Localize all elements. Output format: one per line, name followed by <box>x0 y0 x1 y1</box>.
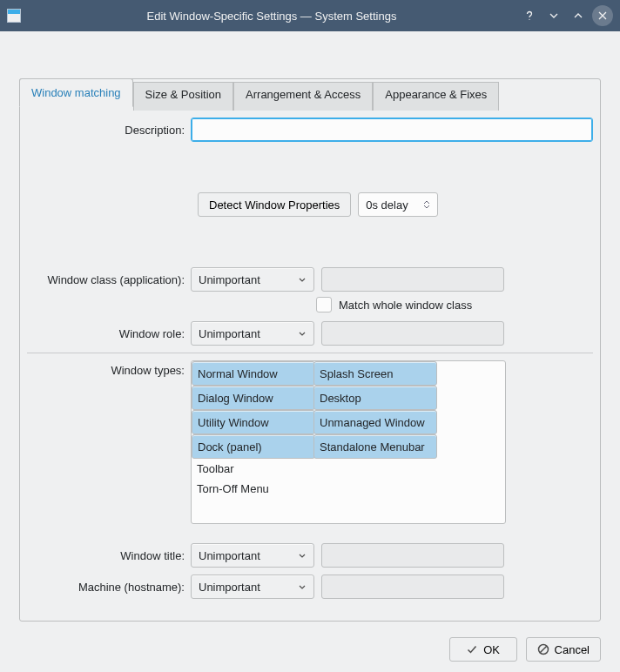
tab-bar: Window matching Size & Position Arrangem… <box>19 78 499 107</box>
tab-frame: Description: Detect Window Properties 0s… <box>19 78 601 622</box>
button-label: Cancel <box>555 643 590 656</box>
window-type-item[interactable]: Torn-Off Menu <box>192 479 313 499</box>
maximize-button[interactable] <box>568 5 589 26</box>
tab-arrangement-access[interactable]: Arrangement & Access <box>233 82 373 111</box>
machine-combo[interactable]: Unimportant <box>191 575 314 599</box>
separator <box>27 353 593 353</box>
description-label: Description: <box>27 124 191 137</box>
window-types-label: Window types: <box>27 360 191 377</box>
window-class-label: Window class (application): <box>27 273 191 286</box>
delay-spinbox[interactable]: 0s delay <box>358 192 438 217</box>
tab-size-position[interactable]: Size & Position <box>133 82 233 111</box>
match-whole-class-label: Match whole window class <box>339 299 472 312</box>
machine-label: Machine (hostname): <box>27 581 191 594</box>
window-type-item[interactable]: Utility Window <box>192 410 315 434</box>
window-role-label: Window role: <box>27 327 191 340</box>
ok-button[interactable]: OK <box>449 637 517 662</box>
window-role-combo[interactable]: Unimportant <box>191 321 314 346</box>
close-button[interactable] <box>592 5 613 26</box>
window-role-input[interactable] <box>321 321 504 346</box>
window-types-list[interactable]: Normal WindowDialog WindowUtility Window… <box>191 360 506 524</box>
window-title: Edit Window-Specific Settings — System S… <box>28 10 516 23</box>
check-icon <box>466 643 478 655</box>
titlebar: Edit Window-Specific Settings — System S… <box>0 0 620 31</box>
window-title-input[interactable] <box>321 543 504 568</box>
window-type-item[interactable]: Splash Screen <box>313 361 437 386</box>
combo-value: Unimportant <box>199 581 260 594</box>
combo-value: Unimportant <box>199 549 260 562</box>
minimize-button[interactable] <box>543 5 564 26</box>
tab-label: Arrangement & Access <box>246 88 361 101</box>
tab-content: Description: Detect Window Properties 0s… <box>20 109 600 621</box>
svg-point-0 <box>529 19 529 20</box>
machine-input[interactable] <box>321 575 504 599</box>
detect-window-properties-button[interactable]: Detect Window Properties <box>198 192 351 217</box>
button-label: Detect Window Properties <box>209 198 340 212</box>
window-type-item[interactable]: Desktop <box>313 386 437 410</box>
app-icon <box>7 9 21 23</box>
tab-label: Window matching <box>31 86 121 99</box>
tab-appearance-fixes[interactable]: Appearance & Fixes <box>373 82 499 111</box>
tab-label: Appearance & Fixes <box>385 88 487 101</box>
button-label: OK <box>483 643 500 656</box>
cancel-button[interactable]: Cancel <box>526 637 601 662</box>
window-type-item[interactable]: Unmanaged Window <box>313 410 437 434</box>
window-type-item[interactable]: Dock (panel) <box>192 434 315 459</box>
window-class-input[interactable] <box>321 267 504 292</box>
match-whole-class-checkbox[interactable] <box>316 297 332 312</box>
window-title-label: Window title: <box>27 549 191 562</box>
window-type-item[interactable]: Dialog Window <box>192 386 315 410</box>
window-type-item[interactable]: Normal Window <box>192 361 315 386</box>
combo-value: Unimportant <box>199 273 260 286</box>
spinbox-arrows[interactable] <box>423 200 430 209</box>
spinbox-value: 0s delay <box>366 198 408 212</box>
combo-value: Unimportant <box>199 327 260 340</box>
window-type-item[interactable]: Standalone Menubar <box>313 434 437 459</box>
help-button[interactable] <box>519 5 540 26</box>
button-row: OK Cancel <box>0 627 620 672</box>
window-type-item[interactable]: Toolbar <box>192 459 313 479</box>
window-title-combo[interactable]: Unimportant <box>191 543 314 568</box>
window-class-combo[interactable]: Unimportant <box>191 267 314 292</box>
tab-label: Size & Position <box>145 88 221 101</box>
dialog-body: Window matching Size & Position Arrangem… <box>0 31 620 672</box>
tab-window-matching[interactable]: Window matching <box>19 78 133 107</box>
description-input[interactable] <box>191 118 593 142</box>
cancel-icon <box>537 643 549 655</box>
